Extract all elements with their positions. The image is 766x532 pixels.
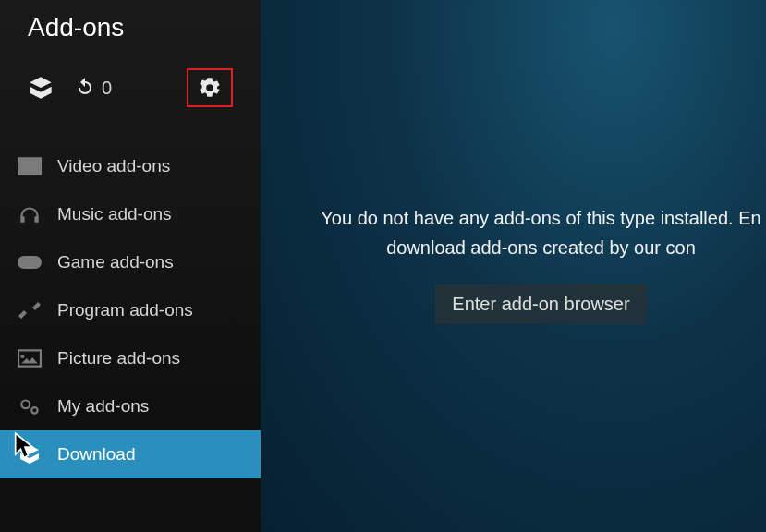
open-box-icon[interactable] xyxy=(28,75,54,101)
refresh-button[interactable]: 0 xyxy=(74,77,112,99)
sidebar-menu: Video add-ons Music add-ons Game add-ons… xyxy=(0,142,261,478)
empty-state-message: You do not have any add-ons of this type… xyxy=(321,203,760,262)
page-title: Add-ons xyxy=(0,0,261,52)
sidebar-item-label: My add-ons xyxy=(57,396,149,417)
settings-button-highlighted[interactable] xyxy=(187,68,233,107)
content-area: You do not have any add-ons of this type… xyxy=(261,0,766,532)
film-icon xyxy=(17,155,43,177)
sidebar-item-program-addons[interactable]: Program add-ons xyxy=(0,286,261,334)
message-line: You do not have any add-ons of this type… xyxy=(321,208,760,228)
sidebar-item-label: Program add-ons xyxy=(57,300,193,320)
sidebar-toolbar: 0 xyxy=(0,52,261,135)
sidebar-item-label: Video add-ons xyxy=(57,156,170,176)
tools-icon xyxy=(17,299,43,321)
sidebar-item-music-addons[interactable]: Music add-ons xyxy=(0,190,261,238)
sidebar-item-game-addons[interactable]: Game add-ons xyxy=(0,238,261,286)
open-box-icon xyxy=(17,443,43,466)
sidebar: Add-ons 0 Video add-ons xyxy=(0,0,261,532)
message-line: download add-ons created by our con xyxy=(386,237,696,258)
sidebar-item-picture-addons[interactable]: Picture add-ons xyxy=(0,334,261,382)
headphones-icon xyxy=(17,203,43,225)
enter-addon-browser-button[interactable]: Enter add-on browser xyxy=(435,284,646,324)
refresh-count: 0 xyxy=(102,78,112,99)
picture-icon xyxy=(17,347,43,369)
sidebar-item-my-addons[interactable]: My add-ons xyxy=(0,382,261,430)
sidebar-item-label: Game add-ons xyxy=(57,252,174,272)
sidebar-item-download[interactable]: Download xyxy=(0,430,261,478)
sidebar-item-label: Download xyxy=(57,444,136,465)
sidebar-item-video-addons[interactable]: Video add-ons xyxy=(0,142,261,190)
sidebar-item-label: Music add-ons xyxy=(57,204,172,224)
gamepad-icon xyxy=(17,251,43,273)
gear-icon xyxy=(198,76,222,100)
sidebar-item-label: Picture add-ons xyxy=(57,348,180,369)
refresh-icon xyxy=(74,77,96,99)
gears-icon xyxy=(17,395,43,417)
